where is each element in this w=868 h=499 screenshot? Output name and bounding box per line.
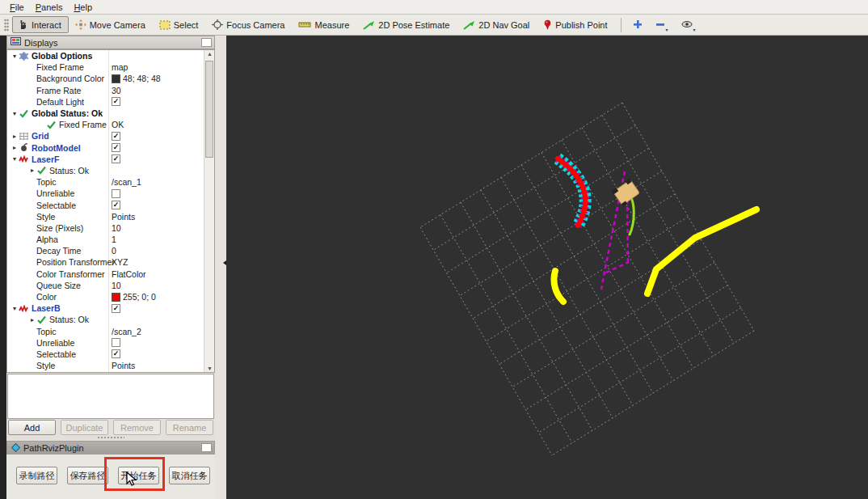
tool-2d-pose-estimate[interactable]: 2D Pose Estimate: [358, 17, 457, 33]
displays-panel-titlebar[interactable]: Displays: [6, 36, 215, 49]
tree-row-laserb[interactable]: ▾LaserB✓: [7, 302, 214, 314]
tool-measure[interactable]: Measure: [293, 17, 356, 33]
add-tool-button[interactable]: [628, 15, 647, 35]
plugin-panel-titlebar[interactable]: PathRvizPlugin: [6, 441, 215, 455]
checkbox-checked[interactable]: ✓: [112, 132, 120, 141]
tree-row-global-options[interactable]: ▾Global Options: [7, 50, 214, 61]
scroll-down-icon[interactable]: ▼: [204, 366, 215, 371]
panel-float-button[interactable]: [201, 38, 212, 47]
expander-closed-icon[interactable]: ▸: [11, 144, 19, 151]
property-value[interactable]: 30: [112, 86, 121, 95]
tree-row-status-ok[interactable]: ▸Status: Ok: [7, 314, 214, 325]
tool-focus-camera[interactable]: Focus Camera: [207, 16, 292, 33]
checkbox-checked[interactable]: ✓: [112, 201, 120, 209]
property-value[interactable]: map: [112, 62, 128, 72]
tree-row-grid[interactable]: ▸Grid✓: [7, 130, 214, 142]
property-value[interactable]: Points: [112, 361, 135, 370]
tree-scrollbar[interactable]: ▲ ▼: [204, 50, 214, 372]
tree-row-color-transformer[interactable]: Color TransformerFlatColor: [7, 269, 214, 280]
tree-row-unreliable[interactable]: Unreliable: [7, 188, 214, 199]
property-value[interactable]: /scan_1: [112, 177, 141, 187]
plugin-task-button-4[interactable]: 取消任务: [169, 467, 210, 484]
render-viewport-3d[interactable]: [226, 36, 868, 499]
tree-row-alpha[interactable]: Alpha1: [7, 234, 214, 245]
scroll-up-icon[interactable]: ▲: [204, 51, 215, 57]
tool-interact[interactable]: Interact: [12, 16, 69, 33]
panel-float-button[interactable]: [201, 443, 212, 452]
tree-row-default-light[interactable]: Default Light✓: [7, 96, 214, 108]
remove-button[interactable]: Remove: [113, 420, 161, 435]
tree-row-selectable[interactable]: Selectable✓: [7, 349, 214, 360]
panel-splitter-handle[interactable]: [97, 436, 124, 439]
color-value[interactable]: 48; 48; 48: [112, 74, 161, 83]
check-icon: [46, 121, 57, 129]
property-value[interactable]: 1: [112, 235, 116, 244]
tree-row-unreliable[interactable]: Unreliable: [7, 337, 214, 349]
expander-open-icon[interactable]: ▾: [11, 110, 19, 117]
plugin-task-button-1[interactable]: 录制路径: [16, 467, 57, 484]
tool-select[interactable]: Select: [154, 17, 206, 33]
tree-row-style[interactable]: StylePoints: [7, 360, 214, 371]
property-value[interactable]: OK: [112, 120, 124, 129]
expander-closed-icon[interactable]: ▸: [28, 316, 36, 324]
menu-help[interactable]: Help: [69, 2, 99, 13]
plugin-task-button-2[interactable]: 保存路径: [67, 467, 108, 484]
expander-closed-icon[interactable]: ▸: [11, 133, 19, 140]
tree-row-decay-time[interactable]: Decay Time0: [7, 245, 214, 256]
expander-open-icon[interactable]: ▾: [11, 155, 19, 163]
tree-row-global-status-ok[interactable]: ▾Global Status: Ok: [7, 108, 214, 119]
tree-row-background-color[interactable]: Background Color48; 48; 48: [7, 73, 214, 84]
checkbox-unchecked[interactable]: [112, 338, 120, 347]
tree-row-laserf[interactable]: ▾LaserF✓: [7, 154, 214, 165]
tree-row-color[interactable]: Color255; 0; 0: [7, 291, 214, 302]
checkbox-checked[interactable]: ✓: [112, 304, 120, 313]
remove-tool-button[interactable]: ▾: [651, 15, 673, 35]
tree-row-status-ok[interactable]: ▸Status: Ok: [7, 165, 214, 176]
interact-hand-icon: [17, 19, 28, 30]
tree-row-size-pixels-[interactable]: Size (Pixels)10: [7, 222, 214, 234]
expander-open-icon[interactable]: ▾: [11, 305, 19, 312]
toolbar-drag-handle[interactable]: [4, 19, 9, 32]
expander-closed-icon[interactable]: ▸: [28, 167, 36, 174]
tree-row-topic[interactable]: Topic/scan_2: [7, 326, 214, 337]
property-value[interactable]: 10: [112, 223, 121, 233]
tree-row-frame-rate[interactable]: Frame Rate30: [7, 85, 214, 96]
menu-file[interactable]: File: [5, 2, 31, 13]
tree-row-fixed-frame[interactable]: Fixed Framemap: [7, 61, 214, 73]
tree-row-fixed-frame[interactable]: Fixed FrameOK: [7, 119, 214, 130]
checkbox-checked[interactable]: ✓: [112, 154, 120, 163]
laser-wall-right: [647, 209, 756, 294]
tree-row-selectable[interactable]: Selectable✓: [7, 199, 214, 210]
property-value[interactable]: 10: [112, 281, 121, 290]
tool-properties-button[interactable]: ▾: [676, 15, 701, 35]
scrollbar-thumb[interactable]: [205, 61, 213, 158]
robot-model: [612, 179, 641, 207]
property-value[interactable]: XYZ: [112, 257, 128, 267]
checkbox-checked[interactable]: ✓: [112, 143, 120, 152]
add-button[interactable]: Add: [8, 420, 56, 435]
tool-publish-point[interactable]: Publish Point: [538, 16, 614, 33]
tree-row-topic[interactable]: Topic/scan_1: [7, 176, 214, 188]
checkbox-unchecked[interactable]: [112, 189, 120, 198]
tree-row-queue-size[interactable]: Queue Size10: [7, 280, 214, 291]
property-value[interactable]: 0: [112, 246, 116, 256]
laser-icon: [19, 154, 29, 163]
tree-row-style[interactable]: StylePoints: [7, 211, 214, 222]
checkbox-checked[interactable]: ✓: [112, 349, 120, 358]
duplicate-button[interactable]: Duplicate: [61, 420, 108, 435]
tree-row-robotmodel[interactable]: ▸RobotModel✓: [7, 142, 214, 154]
tool-move-camera[interactable]: Move Camera: [70, 16, 153, 33]
expander-open-icon[interactable]: ▾: [11, 53, 19, 60]
property-value[interactable]: FlatColor: [112, 269, 146, 279]
property-value[interactable]: /scan_2: [112, 327, 141, 336]
rename-button[interactable]: Rename: [166, 420, 213, 435]
tree-row-position-transformer[interactable]: Position TransformerXYZ: [7, 256, 214, 268]
panel-view-splitter[interactable]: [215, 36, 226, 499]
color-value[interactable]: 255; 0; 0: [112, 292, 156, 302]
checkbox-checked[interactable]: ✓: [112, 97, 120, 106]
tool-2d-nav-goal[interactable]: 2D Nav Goal: [458, 17, 537, 33]
window-edge-strip: [0, 36, 6, 499]
displays-tree[interactable]: ▾Global OptionsFixed FramemapBackground …: [6, 49, 215, 373]
property-value[interactable]: Points: [112, 212, 135, 222]
menu-panels[interactable]: Panels: [31, 2, 70, 13]
